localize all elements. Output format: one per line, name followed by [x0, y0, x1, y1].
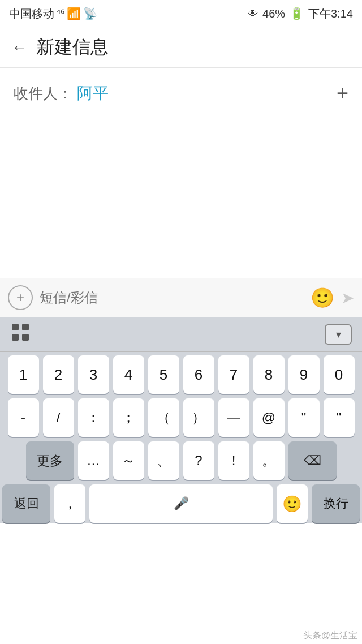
send-button[interactable]: ➤	[341, 289, 354, 307]
keyboard-hide-button[interactable]: ▾	[325, 324, 352, 345]
watermark: 头条@生活宝	[303, 630, 357, 642]
recipient-area: 收件人： 阿平 +	[0, 68, 362, 119]
key-8[interactable]: 8	[253, 355, 285, 394]
key-lquote[interactable]: "	[288, 398, 320, 437]
key-dash[interactable]: -	[8, 398, 39, 437]
microphone-icon: 🎤	[174, 496, 189, 511]
bottom-row: 返回 ， 🎤 🙂 换行	[2, 484, 360, 523]
number-row: 1 2 3 4 5 6 7 8 9 0	[2, 355, 360, 394]
key-space[interactable]: 🎤	[89, 484, 273, 523]
key-at[interactable]: @	[253, 398, 285, 437]
key-semicolon[interactable]: ；	[113, 398, 144, 437]
carrier-text: 中国移动	[9, 6, 54, 22]
key-6[interactable]: 6	[183, 355, 214, 394]
signal-bars: 📶	[67, 7, 81, 20]
page-title: 新建信息	[36, 35, 109, 60]
recipient-name[interactable]: 阿平	[77, 83, 332, 104]
key-emoji[interactable]: 🙂	[277, 484, 308, 523]
plus-icon: +	[16, 290, 24, 306]
message-input[interactable]	[40, 284, 304, 311]
keyboard: 1 2 3 4 5 6 7 8 9 0 - / ： ； （ ） — @ " " …	[0, 352, 362, 523]
input-bar: + 🙂 ➤	[0, 278, 362, 317]
svg-rect-1	[22, 324, 29, 330]
key-enter[interactable]: 换行	[312, 484, 360, 523]
back-button[interactable]: ←	[11, 38, 27, 57]
key-tilde[interactable]: ～	[113, 441, 144, 480]
punctuation-row: 更多 … ～ 、 ? ! 。 ⌫	[2, 441, 360, 480]
key-4[interactable]: 4	[113, 355, 144, 394]
key-7[interactable]: 7	[218, 355, 249, 394]
symbol-row: - / ： ； （ ） — @ " "	[2, 398, 360, 437]
key-3[interactable]: 3	[78, 355, 109, 394]
status-right: 👁 46% 🔋 下午3:14	[248, 6, 353, 22]
emoji-button[interactable]: 🙂	[311, 286, 334, 309]
key-lparen[interactable]: （	[148, 398, 179, 437]
key-ellipsis[interactable]: …	[78, 441, 109, 480]
key-slash[interactable]: /	[43, 398, 74, 437]
status-bar: 中国移动 ⁴⁶ 📶 📡 👁 46% 🔋 下午3:14	[0, 0, 362, 27]
recipient-label: 收件人：	[14, 84, 72, 104]
add-recipient-button[interactable]: +	[337, 81, 348, 105]
key-0[interactable]: 0	[324, 355, 355, 394]
key-more[interactable]: 更多	[26, 441, 74, 480]
header: ← 新建信息	[0, 27, 362, 68]
key-rparen[interactable]: ）	[183, 398, 214, 437]
wifi-icon: 📡	[83, 7, 97, 20]
key-5[interactable]: 5	[148, 355, 179, 394]
key-exclaim[interactable]: !	[218, 441, 249, 480]
key-2[interactable]: 2	[43, 355, 74, 394]
svg-rect-3	[22, 334, 29, 341]
key-back[interactable]: 返回	[2, 484, 50, 523]
key-emdash[interactable]: —	[218, 398, 249, 437]
screenshot-icon: 👁	[248, 8, 258, 20]
clock: 下午3:14	[308, 6, 353, 22]
chevron-down-icon: ▾	[336, 328, 341, 341]
battery-icon: 🔋	[290, 7, 304, 20]
key-comma[interactable]: ，	[54, 484, 85, 523]
svg-rect-2	[12, 334, 19, 341]
key-question[interactable]: ?	[183, 441, 214, 480]
signal-icon: ⁴⁶	[57, 7, 64, 20]
key-period[interactable]: 。	[253, 441, 285, 480]
keyboard-toolbar: ▾	[0, 317, 362, 352]
key-rquote[interactable]: "	[324, 398, 355, 437]
status-left: 中国移动 ⁴⁶ 📶 📡	[9, 6, 97, 22]
key-pause[interactable]: 、	[148, 441, 179, 480]
key-9[interactable]: 9	[288, 355, 320, 394]
keyboard-grid-button[interactable]	[10, 322, 31, 346]
message-area[interactable]	[0, 119, 362, 278]
key-1[interactable]: 1	[8, 355, 39, 394]
svg-rect-0	[12, 324, 19, 330]
battery-percent: 46%	[262, 7, 285, 20]
key-colon[interactable]: ：	[78, 398, 109, 437]
add-attachment-button[interactable]: +	[8, 285, 33, 310]
key-delete[interactable]: ⌫	[288, 441, 337, 480]
